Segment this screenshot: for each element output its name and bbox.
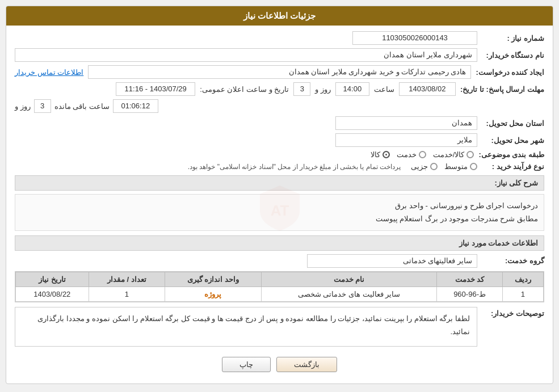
buyer-org-row: نام دستگاه خریدار: شهرداری ملایر استان ه…	[15, 48, 544, 62]
page-title: جزئیات اطلاعات نیاز	[243, 11, 316, 20]
process-motavaset-label: متوسط	[444, 162, 468, 171]
delivery-province-label: استان محل تحویل:	[482, 119, 544, 128]
category-option-kala-khedmat[interactable]: کالا/خدمت	[433, 150, 474, 159]
cell-service-code: ط-96-960	[437, 286, 503, 301]
print-button[interactable]: چاپ	[222, 357, 271, 372]
category-label: طبقه بندی موضوعی:	[478, 150, 544, 159]
category-row: طبقه بندی موضوعی: کالا/خدمت خدمت کالا	[15, 150, 544, 159]
service-info-header: اطلاعات خدمات مورد نیاز	[15, 235, 544, 251]
delivery-city-row: شهر محل تحویل: ملایر	[15, 133, 544, 147]
category-kala-label: کالا	[371, 150, 380, 159]
col-service-code: کد خدمت	[437, 272, 503, 286]
delivery-province-value: همدان	[335, 116, 477, 130]
deadline-time-label: ساعت	[374, 85, 394, 94]
delivery-city-label: شهر محل تحویل:	[482, 136, 544, 145]
cell-service-name: سایر فعالیت های خدماتی شخصی	[261, 286, 436, 301]
deadline-days: 3	[293, 82, 310, 96]
process-option-jozi[interactable]: جزیی	[411, 162, 438, 171]
process-jozi-label: جزیی	[411, 162, 428, 171]
general-desc-area: AT درخواست اجرای طرح و نیرورسانی - واحد …	[15, 194, 544, 231]
need-number-row: شماره نیاز : 1103050026000143	[15, 31, 544, 45]
buyer-org-label: نام دستگاه خریدار:	[482, 51, 544, 60]
process-row: نوع فرآیند خرید : متوسط جزیی پرداخت تمام…	[15, 162, 544, 171]
content-area: شماره نیاز : 1103050026000143 نام دستگاه…	[6, 26, 553, 383]
radio-jozi	[430, 163, 438, 170]
cell-date: 1403/08/22	[16, 286, 89, 301]
deadline-label: مهلت ارسال پاسخ: تا تاریخ:	[460, 85, 544, 94]
main-container: جزئیات اطلاعات نیاز شماره نیاز : 1103050…	[6, 6, 553, 384]
delivery-city-value: ملایر	[335, 133, 477, 147]
need-number-value: 1103050026000143	[352, 31, 477, 45]
col-service-name: نام خدمت	[261, 272, 436, 286]
category-kala-khedmat-label: کالا/خدمت	[433, 150, 465, 159]
buyer-org-value: شهرداری ملایر استان همدان	[15, 48, 477, 62]
days-label-2: روز و	[15, 102, 31, 111]
category-radio-group: کالا/خدمت خدمت کالا	[371, 150, 474, 159]
need-number-label: شماره نیاز :	[482, 34, 544, 43]
service-info-label: اطلاعات خدمات مورد نیاز	[459, 239, 538, 247]
remaining-time-label: ساعت باقی مانده	[54, 102, 110, 111]
buyer-notes-row: توصیحات خریدار: لطفا برگه استعلام را بپر…	[15, 307, 544, 350]
radio-kala	[383, 151, 390, 158]
general-desc-line2: مطابق شرح مندرجات موجود در برگ استعلام پ…	[21, 212, 538, 225]
deadline-time: 14:00	[335, 82, 369, 96]
general-desc-text: درخواست اجرای طرح و نیرورسانی - واحد برق…	[21, 199, 538, 226]
remaining-time-value: 01:06:12	[113, 99, 158, 113]
service-group-row: گروه خدمت: سایر فعالیتهای خدماتی	[15, 254, 544, 268]
contact-link[interactable]: اطلاعات تماس خریدار	[15, 68, 83, 77]
general-desc-line1: درخواست اجرای طرح و نیرورسانی - واحد برق	[21, 199, 538, 212]
radio-khedmat	[419, 151, 426, 158]
general-desc-label: شرح کلی نیاز:	[494, 179, 538, 187]
process-label: نوع فرآیند خرید :	[482, 162, 544, 171]
deadline-date: 1403/08/02	[399, 82, 456, 96]
delivery-province-row: استان محل تحویل: همدان	[15, 116, 544, 130]
category-khedmat-label: خدمت	[397, 150, 417, 159]
services-table: ردیف کد خدمت نام خدمت واحد اندازه گیری ت…	[15, 272, 544, 302]
process-note: پرداخت تمام یا بخشی از مبلغ خریدار از مح…	[188, 163, 401, 171]
cell-unit: پروژه	[165, 286, 262, 301]
service-group-value: سایر فعالیتهای خدماتی	[307, 254, 477, 268]
general-desc-header: شرح کلی نیاز:	[15, 175, 544, 191]
radio-kala-khedmat	[466, 151, 474, 158]
deadline-days-label: روز و	[315, 85, 331, 94]
col-unit: واحد اندازه گیری	[165, 272, 262, 286]
table-header-row: ردیف کد خدمت نام خدمت واحد اندازه گیری ت…	[16, 272, 544, 286]
col-row-num: ردیف	[502, 272, 543, 286]
cell-quantity: 1	[89, 286, 165, 301]
category-option-khedmat[interactable]: خدمت	[397, 150, 426, 159]
services-table-wrapper: ردیف کد خدمت نام خدمت واحد اندازه گیری ت…	[15, 271, 544, 302]
page-header: جزئیات اطلاعات نیاز	[6, 6, 553, 26]
process-option-motavaset[interactable]: متوسط	[444, 162, 477, 171]
radio-motavaset	[470, 163, 477, 170]
remaining-time-row: 01:06:12 ساعت باقی مانده 3 روز و	[15, 99, 539, 113]
category-option-kala[interactable]: کالا	[371, 150, 390, 159]
deadline-days-display: 3	[34, 99, 51, 113]
button-row: بازگشت چاپ	[15, 357, 544, 372]
col-quantity: تعداد / مقدار	[89, 272, 165, 286]
page-wrapper: جزئیات اطلاعات نیاز شماره نیاز : 1103050…	[0, 0, 559, 392]
requester-label: ایجاد کننده درخواست:	[476, 68, 544, 77]
service-group-label: گروه خدمت:	[482, 256, 544, 265]
announcement-label: تاریخ و ساعت اعلان عمومی:	[200, 85, 289, 94]
table-row: 1ط-96-960سایر فعالیت های خدماتی شخصیپروژ…	[16, 286, 544, 301]
buyer-notes-value: لطفا برگه استعلام را بپرینت نمائید، جزئی…	[15, 307, 477, 347]
col-date: تاریخ نیاز	[16, 272, 89, 286]
requester-row: ایجاد کننده درخواست: هادی رحیمی تدارکات …	[15, 65, 544, 79]
deadline-row: مهلت ارسال پاسخ: تا تاریخ: 1403/08/02 سا…	[15, 82, 544, 96]
cell-row-num: 1	[502, 286, 543, 301]
buyer-notes-label: توصیحات خریدار:	[482, 309, 544, 318]
requester-value: هادی رحیمی تدارکات و خرید شهرداری ملایر …	[88, 65, 471, 79]
back-button[interactable]: بازگشت	[276, 357, 337, 372]
process-radio-group: متوسط جزیی	[411, 162, 477, 171]
announcement-value: 1403/07/29 - 11:16	[116, 82, 195, 96]
